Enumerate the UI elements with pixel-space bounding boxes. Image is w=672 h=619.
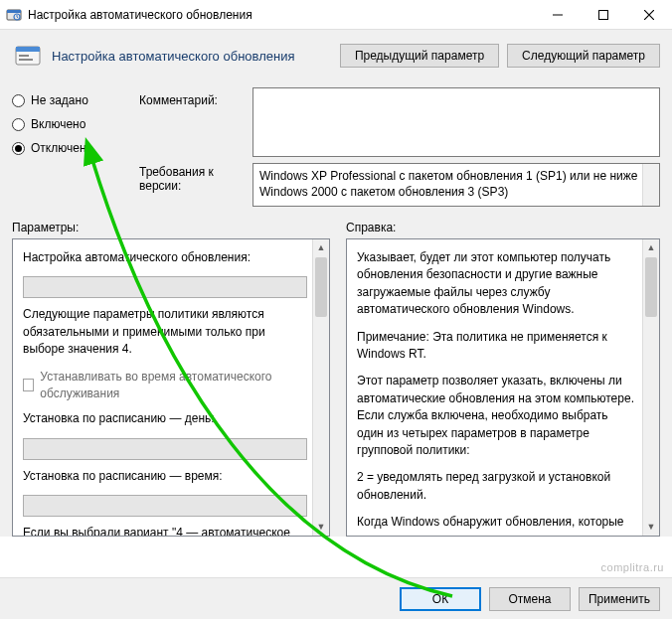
- help-panel: Указывает, будет ли этот компьютер получ…: [346, 238, 660, 537]
- policy-icon: [12, 40, 44, 72]
- app-icon: [6, 7, 22, 23]
- policy-title: Настройка автоматического обновления: [52, 49, 332, 64]
- help-text: Примечание: Эта политика не применяется …: [357, 329, 637, 364]
- radio-icon: [12, 94, 25, 107]
- radio-not-configured[interactable]: Не задано: [12, 93, 139, 107]
- scroll-thumb[interactable]: [315, 257, 327, 317]
- schedule-time-combo[interactable]: [23, 495, 307, 517]
- param-text: Следующие параметры политики являются об…: [23, 306, 307, 358]
- radio-label: Включено: [31, 117, 85, 131]
- scroll-up-icon: ▲: [313, 239, 329, 256]
- radio-label: Отключено: [31, 141, 92, 155]
- svg-rect-5: [16, 47, 40, 52]
- scroll-up-icon: ▲: [643, 239, 659, 256]
- ok-button[interactable]: ОК: [400, 587, 481, 611]
- scrollbar[interactable]: ▲ ▼: [312, 239, 329, 536]
- titlebar: Настройка автоматического обновления: [0, 0, 672, 30]
- scrollbar[interactable]: ▲ ▼: [642, 239, 659, 536]
- param-text: Настройка автоматического обновления:: [23, 249, 307, 266]
- param-text: Установка по расписанию — день:: [23, 410, 307, 427]
- svg-rect-3: [599, 10, 608, 19]
- param-text: Если вы выбрали вариант "4 — автоматичес…: [23, 525, 307, 536]
- help-text: Этот параметр позволяет указать, включен…: [357, 373, 637, 459]
- help-text: Когда Windows обнаружит обновления, кото…: [357, 514, 637, 536]
- checkbox-icon: [23, 379, 34, 391]
- parameters-panel: Настройка автоматического обновления: Сл…: [12, 238, 330, 537]
- apply-button[interactable]: Применить: [579, 587, 660, 611]
- parameters-label: Параметры:: [12, 215, 330, 238]
- state-radios: Не задано Включено Отключено: [12, 87, 139, 207]
- requirements-text: Windows XP Professional с пакетом обновл…: [252, 163, 660, 207]
- mid-row: Параметры: Настройка автоматического обн…: [0, 211, 672, 537]
- header: Настройка автоматического обновления Пре…: [0, 30, 672, 87]
- help-text: 2 = уведомлять перед загрузкой и установ…: [357, 469, 637, 504]
- radio-label: Не задано: [31, 93, 88, 107]
- svg-rect-6: [19, 55, 29, 57]
- top-grid: Не задано Включено Отключено Комментарий…: [0, 87, 672, 211]
- prev-setting-button[interactable]: Предыдущий параметр: [340, 44, 499, 68]
- radio-icon: [12, 118, 25, 131]
- comment-textarea[interactable]: [252, 87, 660, 157]
- scroll-down-icon: ▼: [313, 519, 329, 536]
- minimize-button[interactable]: [535, 0, 581, 30]
- help-label: Справка:: [346, 215, 660, 238]
- comment-label: Комментарий:: [139, 87, 252, 157]
- next-setting-button[interactable]: Следующий параметр: [507, 44, 660, 68]
- maintenance-checkbox[interactable]: Устанавливать во время автоматического о…: [23, 369, 307, 403]
- maximize-button[interactable]: [581, 0, 626, 30]
- param-text: Установка по расписанию — время:: [23, 468, 307, 485]
- schedule-day-combo[interactable]: [23, 438, 307, 460]
- scroll-thumb[interactable]: [645, 257, 657, 317]
- scroll-down-icon: ▼: [643, 519, 659, 536]
- svg-rect-7: [19, 59, 33, 61]
- watermark: complitra.ru: [601, 561, 664, 573]
- update-mode-combo[interactable]: [23, 276, 307, 298]
- radio-icon: [12, 142, 25, 155]
- cancel-button[interactable]: Отмена: [489, 587, 571, 611]
- window-title: Настройка автоматического обновления: [28, 8, 535, 22]
- requirements-label: Требования к версии:: [139, 157, 252, 207]
- svg-rect-1: [7, 10, 21, 13]
- scrollbar[interactable]: [642, 164, 659, 206]
- dialog-buttons: ОК Отмена Применить: [0, 577, 672, 619]
- checkbox-label: Устанавливать во время автоматического о…: [40, 369, 307, 403]
- radio-enabled[interactable]: Включено: [12, 117, 139, 131]
- radio-disabled[interactable]: Отключено: [12, 141, 139, 155]
- help-text: Указывает, будет ли этот компьютер получ…: [357, 249, 637, 319]
- close-button[interactable]: [626, 0, 672, 30]
